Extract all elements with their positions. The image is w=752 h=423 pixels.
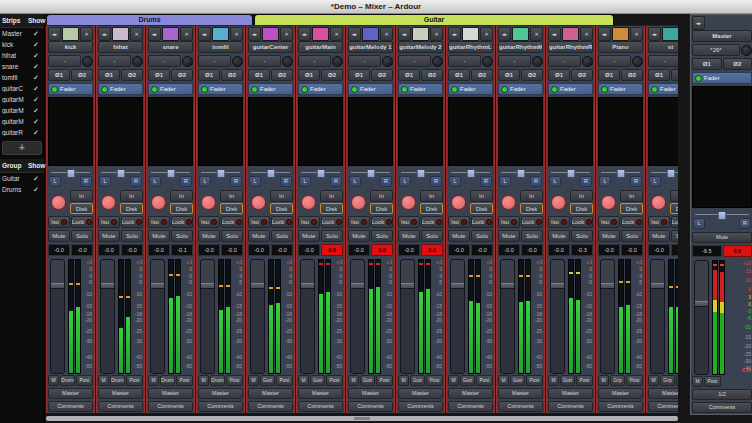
close-icon[interactable]: ✕ [330, 27, 343, 41]
group-button[interactable]: Drums [110, 375, 125, 386]
track-name-button[interactable]: tomfil [198, 41, 243, 53]
gain-fader[interactable] [500, 259, 515, 374]
gain-display[interactable]: -0.0 [348, 244, 370, 256]
track-name-button[interactable]: guitarRhythmMiddle [498, 41, 543, 53]
record-enable-button[interactable] [401, 195, 416, 210]
visibility-checkbox[interactable]: ✓ [28, 63, 44, 71]
sidebar-strip-row[interactable]: guitarC ✓ [0, 83, 44, 94]
fader-processor-entry[interactable]: Fader [198, 83, 243, 95]
metering-m-button[interactable]: M [692, 376, 703, 387]
trim-knob[interactable] [632, 56, 643, 67]
group-button[interactable]: Gutr [560, 375, 575, 386]
solo-button[interactable]: Solo [521, 230, 543, 242]
solo-button[interactable]: Solo [171, 230, 193, 242]
pan-handle[interactable] [616, 169, 625, 178]
record-enable-button[interactable] [351, 195, 366, 210]
mute-button[interactable]: Mute [98, 230, 120, 242]
record-enable-button[interactable] [251, 195, 266, 210]
gain-fader[interactable] [550, 259, 565, 374]
gain-fader[interactable] [250, 259, 265, 374]
solo-isolate-button[interactable]: Iso [148, 216, 170, 228]
fader-handle[interactable] [501, 283, 514, 289]
fader-processor-entry[interactable]: Fader [548, 83, 593, 95]
processor-box[interactable] [692, 86, 752, 208]
output-button[interactable]: Master [398, 388, 443, 399]
phase-1-button[interactable]: Ø1 [398, 69, 420, 81]
trim-knob[interactable] [82, 56, 93, 67]
visibility-checkbox[interactable]: ✓ [28, 96, 44, 104]
mute-button[interactable]: Mute [498, 230, 520, 242]
track-color-swatch[interactable] [112, 27, 129, 41]
solo-lock-button[interactable]: Lock [671, 216, 678, 228]
input-button[interactable]: - [348, 55, 381, 67]
fader-handle[interactable] [451, 283, 464, 289]
fader-processor-entry[interactable]: Fader [648, 83, 678, 95]
input-button[interactable]: - [648, 55, 678, 67]
trim-knob[interactable] [432, 56, 443, 67]
solo-lock-button[interactable]: Lock [371, 216, 393, 228]
gain-fader[interactable] [200, 259, 215, 374]
close-icon[interactable]: ✕ [630, 27, 643, 41]
comments-button[interactable]: Comments [198, 401, 243, 412]
phase-1-button[interactable]: Ø1 [648, 69, 670, 81]
add-strip-button[interactable]: + [2, 141, 42, 155]
phase-2-button[interactable]: Ø2 [521, 69, 543, 81]
phase-2-button[interactable]: Ø2 [671, 69, 678, 81]
solo-isolate-button[interactable]: Iso [198, 216, 220, 228]
phase-2-button[interactable]: Ø2 [471, 69, 493, 81]
processor-box[interactable] [448, 97, 493, 166]
track-color-swatch[interactable] [562, 27, 579, 41]
comments-button[interactable]: Comments [548, 401, 593, 412]
phase-2-button[interactable]: Ø2 [171, 69, 193, 81]
record-enable-button[interactable] [651, 195, 666, 210]
fader-processor-entry[interactable]: Fader [598, 83, 643, 95]
comments-button[interactable]: Comments [598, 401, 643, 412]
metering-m-button[interactable]: M [148, 375, 159, 386]
pan-handle[interactable] [666, 169, 675, 178]
input-button[interactable]: - [298, 55, 331, 67]
peak-display[interactable]: 0.0 [321, 244, 343, 256]
fader-handle[interactable] [601, 283, 614, 289]
metering-m-button[interactable]: M [198, 375, 209, 386]
track-name-button[interactable]: guitarMelody 2 [398, 41, 443, 53]
gain-display[interactable]: -0.0 [248, 244, 270, 256]
phase-2-button[interactable]: Ø2 [121, 69, 143, 81]
record-enable-button[interactable] [151, 195, 166, 210]
solo-button[interactable]: Solo [321, 230, 343, 242]
solo-isolate-button[interactable]: Iso [298, 216, 320, 228]
output-button[interactable]: Master [348, 388, 393, 399]
input-button[interactable]: - [248, 55, 281, 67]
strip-width-button[interactable]: ◂▸ [648, 27, 661, 41]
close-icon[interactable]: ✕ [130, 27, 143, 41]
input-button[interactable]: - [448, 55, 481, 67]
mute-button[interactable]: Mute [48, 230, 70, 242]
pan-handle[interactable] [216, 169, 225, 178]
track-color-swatch[interactable] [512, 27, 529, 41]
peak-display[interactable]: -0.3 [571, 244, 593, 256]
solo-isolate-button[interactable]: Iso [648, 216, 670, 228]
comments-button[interactable]: Comments [98, 401, 143, 412]
processor-led[interactable] [201, 86, 208, 93]
track-name-button[interactable]: snare [148, 41, 193, 53]
strip-width-button[interactable]: ◂▸ [298, 27, 311, 41]
pan-handle[interactable] [516, 169, 525, 178]
visibility-checkbox[interactable]: ✓ [28, 186, 44, 194]
input-button[interactable]: - [48, 55, 81, 67]
metering-m-button[interactable]: M [398, 375, 409, 386]
gain-display[interactable]: -0.0 [648, 244, 670, 256]
gain-display[interactable]: -0.0 [598, 244, 620, 256]
metering-m-button[interactable]: M [348, 375, 359, 386]
output-button[interactable]: Master [648, 388, 678, 399]
phase-1-button[interactable]: Ø1 [248, 69, 270, 81]
track-color-swatch[interactable] [262, 27, 279, 41]
visibility-checkbox[interactable]: ✓ [28, 118, 44, 126]
gain-display[interactable]: -0.0 [48, 244, 70, 256]
solo-lock-button[interactable]: Lock [321, 216, 343, 228]
close-icon[interactable]: ✕ [230, 27, 243, 41]
monitor-input-button[interactable]: In [520, 190, 543, 202]
strip-width-button[interactable]: ◂▸ [692, 16, 705, 30]
comments-button[interactable]: Comments [692, 402, 752, 413]
group-button[interactable]: Gutr [360, 375, 375, 386]
processor-box[interactable] [98, 97, 143, 166]
peak-display[interactable]: -0.0 [671, 244, 678, 256]
